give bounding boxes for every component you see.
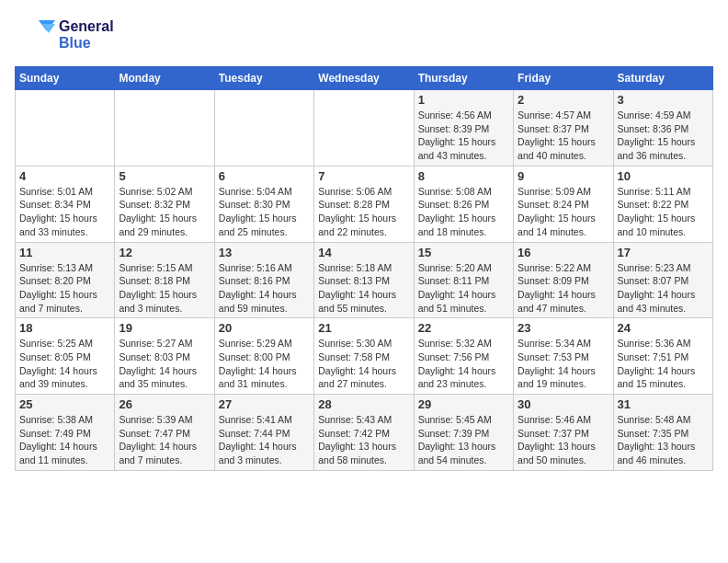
calendar-day — [214, 90, 313, 167]
day-number: 25 — [19, 397, 110, 411]
day-header-monday: Monday — [115, 67, 214, 90]
day-info: Sunrise: 5:36 AM Sunset: 7:51 PM Dayligh… — [618, 337, 709, 391]
day-number: 1 — [418, 93, 509, 107]
day-info: Sunrise: 5:15 AM Sunset: 8:18 PM Dayligh… — [119, 261, 210, 316]
calendar-day: 18Sunrise: 5:25 AM Sunset: 8:05 PM Dayli… — [16, 318, 115, 395]
day-info: Sunrise: 5:41 AM Sunset: 7:44 PM Dayligh… — [219, 413, 310, 467]
day-number: 4 — [19, 169, 110, 183]
day-info: Sunrise: 5:22 AM Sunset: 8:09 PM Dayligh… — [518, 261, 609, 316]
calendar-day: 2Sunrise: 4:57 AM Sunset: 8:37 PM Daylig… — [514, 90, 613, 167]
day-info: Sunrise: 5:02 AM Sunset: 8:32 PM Dayligh… — [119, 185, 210, 239]
day-info: Sunrise: 5:04 AM Sunset: 8:30 PM Dayligh… — [219, 185, 310, 239]
calendar-day: 15Sunrise: 5:20 AM Sunset: 8:11 PM Dayli… — [414, 242, 513, 318]
day-header-friday: Friday — [514, 67, 613, 90]
day-info: Sunrise: 5:23 AM Sunset: 8:07 PM Dayligh… — [618, 261, 709, 316]
day-info: Sunrise: 5:13 AM Sunset: 8:20 PM Dayligh… — [19, 261, 110, 316]
day-header-sunday: Sunday — [16, 67, 115, 90]
calendar-day: 13Sunrise: 5:16 AM Sunset: 8:16 PM Dayli… — [214, 242, 313, 318]
day-number: 27 — [219, 397, 310, 411]
day-info: Sunrise: 4:56 AM Sunset: 8:39 PM Dayligh… — [418, 109, 509, 163]
day-number: 20 — [219, 321, 310, 335]
day-number: 21 — [318, 321, 409, 335]
calendar-day: 23Sunrise: 5:34 AM Sunset: 7:53 PM Dayli… — [514, 318, 613, 395]
calendar-week-4: 18Sunrise: 5:25 AM Sunset: 8:05 PM Dayli… — [16, 318, 713, 395]
calendar-week-5: 25Sunrise: 5:38 AM Sunset: 7:49 PM Dayli… — [16, 395, 713, 471]
day-info: Sunrise: 5:48 AM Sunset: 7:35 PM Dayligh… — [618, 413, 709, 467]
day-info: Sunrise: 5:06 AM Sunset: 8:28 PM Dayligh… — [318, 185, 409, 239]
calendar-day: 27Sunrise: 5:41 AM Sunset: 7:44 PM Dayli… — [214, 395, 313, 471]
calendar-table: SundayMondayTuesdayWednesdayThursdayFrid… — [15, 66, 713, 471]
day-info: Sunrise: 5:32 AM Sunset: 7:56 PM Dayligh… — [418, 337, 509, 391]
day-info: Sunrise: 5:18 AM Sunset: 8:13 PM Dayligh… — [318, 261, 409, 316]
calendar-day: 19Sunrise: 5:27 AM Sunset: 8:03 PM Dayli… — [115, 318, 214, 395]
day-number: 23 — [518, 321, 609, 335]
calendar-day: 31Sunrise: 5:48 AM Sunset: 7:35 PM Dayli… — [613, 395, 712, 471]
day-info: Sunrise: 5:20 AM Sunset: 8:11 PM Dayligh… — [418, 261, 509, 316]
day-info: Sunrise: 5:39 AM Sunset: 7:47 PM Dayligh… — [119, 413, 210, 467]
day-info: Sunrise: 5:30 AM Sunset: 7:58 PM Dayligh… — [318, 337, 409, 391]
day-info: Sunrise: 5:34 AM Sunset: 7:53 PM Dayligh… — [518, 337, 609, 391]
calendar-header-row: SundayMondayTuesdayWednesdayThursdayFrid… — [16, 67, 713, 90]
day-number: 17 — [618, 246, 709, 259]
calendar-day: 25Sunrise: 5:38 AM Sunset: 7:49 PM Dayli… — [16, 395, 115, 471]
calendar-day — [115, 90, 214, 167]
day-number: 7 — [318, 169, 409, 183]
calendar-day: 10Sunrise: 5:11 AM Sunset: 8:22 PM Dayli… — [613, 166, 712, 242]
day-info: Sunrise: 5:16 AM Sunset: 8:16 PM Dayligh… — [219, 261, 310, 316]
calendar-day — [16, 90, 115, 167]
calendar-day — [314, 90, 414, 167]
calendar-day: 21Sunrise: 5:30 AM Sunset: 7:58 PM Dayli… — [314, 318, 414, 395]
calendar-day: 20Sunrise: 5:29 AM Sunset: 8:00 PM Dayli… — [214, 318, 313, 395]
calendar-day: 8Sunrise: 5:08 AM Sunset: 8:26 PM Daylig… — [414, 166, 513, 242]
calendar-day: 24Sunrise: 5:36 AM Sunset: 7:51 PM Dayli… — [613, 318, 712, 395]
day-number: 10 — [618, 169, 709, 183]
day-header-tuesday: Tuesday — [214, 67, 313, 90]
svg-marker-1 — [42, 24, 55, 33]
calendar-day: 17Sunrise: 5:23 AM Sunset: 8:07 PM Dayli… — [613, 242, 712, 318]
logo-text-block: GeneralBlue — [59, 18, 114, 51]
calendar-day: 14Sunrise: 5:18 AM Sunset: 8:13 PM Dayli… — [314, 242, 414, 318]
calendar-day: 6Sunrise: 5:04 AM Sunset: 8:30 PM Daylig… — [214, 166, 313, 242]
day-number: 16 — [518, 246, 609, 259]
calendar-week-3: 11Sunrise: 5:13 AM Sunset: 8:20 PM Dayli… — [16, 242, 713, 318]
calendar-day: 26Sunrise: 5:39 AM Sunset: 7:47 PM Dayli… — [115, 395, 214, 471]
day-info: Sunrise: 5:27 AM Sunset: 8:03 PM Dayligh… — [119, 337, 210, 391]
day-number: 29 — [418, 397, 509, 411]
day-header-saturday: Saturday — [613, 67, 712, 90]
day-info: Sunrise: 5:11 AM Sunset: 8:22 PM Dayligh… — [618, 185, 709, 239]
logo-general: General — [59, 18, 114, 35]
day-number: 5 — [119, 169, 210, 183]
day-number: 18 — [19, 321, 110, 335]
calendar-day: 1Sunrise: 4:56 AM Sunset: 8:39 PM Daylig… — [414, 90, 513, 167]
calendar-day: 3Sunrise: 4:59 AM Sunset: 8:36 PM Daylig… — [613, 90, 712, 167]
day-number: 2 — [518, 93, 609, 107]
logo: GeneralBlue — [15, 15, 114, 55]
calendar-day: 30Sunrise: 5:46 AM Sunset: 7:37 PM Dayli… — [514, 395, 613, 471]
calendar-day: 12Sunrise: 5:15 AM Sunset: 8:18 PM Dayli… — [115, 242, 214, 318]
calendar-week-2: 4Sunrise: 5:01 AM Sunset: 8:34 PM Daylig… — [16, 166, 713, 242]
calendar-day: 28Sunrise: 5:43 AM Sunset: 7:42 PM Dayli… — [314, 395, 414, 471]
day-info: Sunrise: 5:43 AM Sunset: 7:42 PM Dayligh… — [318, 413, 409, 467]
calendar-day: 22Sunrise: 5:32 AM Sunset: 7:56 PM Dayli… — [414, 318, 513, 395]
day-info: Sunrise: 5:09 AM Sunset: 8:24 PM Dayligh… — [518, 185, 609, 239]
calendar-day: 9Sunrise: 5:09 AM Sunset: 8:24 PM Daylig… — [514, 166, 613, 242]
day-number: 14 — [318, 246, 409, 259]
day-number: 3 — [618, 93, 709, 107]
day-header-thursday: Thursday — [414, 67, 513, 90]
day-number: 11 — [19, 246, 110, 259]
day-info: Sunrise: 5:45 AM Sunset: 7:39 PM Dayligh… — [418, 413, 509, 467]
day-number: 30 — [518, 397, 609, 411]
calendar-day: 11Sunrise: 5:13 AM Sunset: 8:20 PM Dayli… — [16, 242, 115, 318]
day-number: 12 — [119, 246, 210, 259]
day-info: Sunrise: 4:59 AM Sunset: 8:36 PM Dayligh… — [618, 109, 709, 163]
page-header: GeneralBlue — [15, 15, 713, 55]
day-info: Sunrise: 5:46 AM Sunset: 7:37 PM Dayligh… — [518, 413, 609, 467]
calendar-day: 16Sunrise: 5:22 AM Sunset: 8:09 PM Dayli… — [514, 242, 613, 318]
day-number: 19 — [119, 321, 210, 335]
calendar-day: 29Sunrise: 5:45 AM Sunset: 7:39 PM Dayli… — [414, 395, 513, 471]
day-number: 8 — [418, 169, 509, 183]
day-number: 24 — [618, 321, 709, 335]
calendar-week-1: 1Sunrise: 4:56 AM Sunset: 8:39 PM Daylig… — [16, 90, 713, 167]
day-info: Sunrise: 5:38 AM Sunset: 7:49 PM Dayligh… — [19, 413, 110, 467]
calendar-day: 5Sunrise: 5:02 AM Sunset: 8:32 PM Daylig… — [115, 166, 214, 242]
